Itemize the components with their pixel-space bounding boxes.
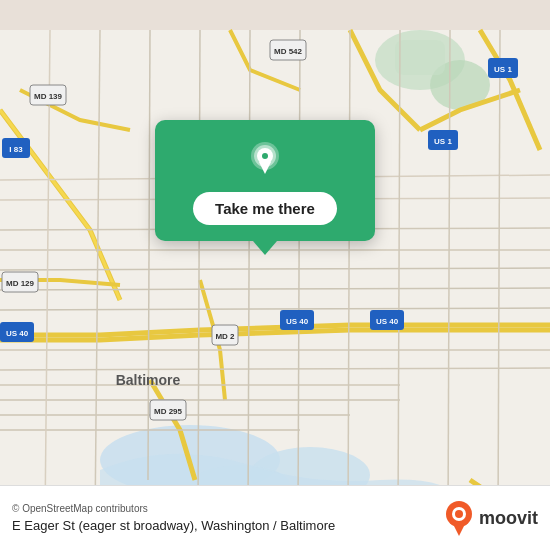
- take-me-there-button[interactable]: Take me there: [193, 192, 337, 225]
- moovit-icon: [443, 500, 475, 536]
- svg-rect-6: [395, 40, 445, 75]
- svg-text:MD 139: MD 139: [34, 92, 63, 101]
- svg-text:US 1: US 1: [494, 65, 512, 74]
- svg-text:US 40: US 40: [286, 317, 309, 326]
- svg-point-60: [262, 153, 268, 159]
- svg-text:MD 2: MD 2: [215, 332, 235, 341]
- svg-text:Baltimore: Baltimore: [116, 372, 181, 388]
- svg-point-63: [455, 510, 463, 518]
- info-bar: © OpenStreetMap contributors E Eager St …: [0, 485, 550, 550]
- svg-text:MD 295: MD 295: [154, 407, 183, 416]
- moovit-text: moovit: [479, 508, 538, 529]
- svg-text:MD 129: MD 129: [6, 279, 35, 288]
- popup-card: Take me there: [155, 120, 375, 241]
- svg-text:I 83: I 83: [9, 145, 23, 154]
- info-left: © OpenStreetMap contributors E Eager St …: [12, 503, 335, 533]
- location-name: E Eager St (eager st broadway), Washingt…: [12, 518, 335, 533]
- svg-text:US 40: US 40: [376, 317, 399, 326]
- map-svg: US 1 US 1 MD 542 MD 139 I 83 MD US 40 US…: [0, 0, 550, 550]
- osm-credit: © OpenStreetMap contributors: [12, 503, 335, 514]
- location-pin-icon: [243, 138, 287, 182]
- svg-text:US 1: US 1: [434, 137, 452, 146]
- svg-text:US 40: US 40: [6, 329, 29, 338]
- svg-text:MD 542: MD 542: [274, 47, 303, 56]
- map-container: US 1 US 1 MD 542 MD 139 I 83 MD US 40 US…: [0, 0, 550, 550]
- moovit-logo: moovit: [443, 500, 538, 536]
